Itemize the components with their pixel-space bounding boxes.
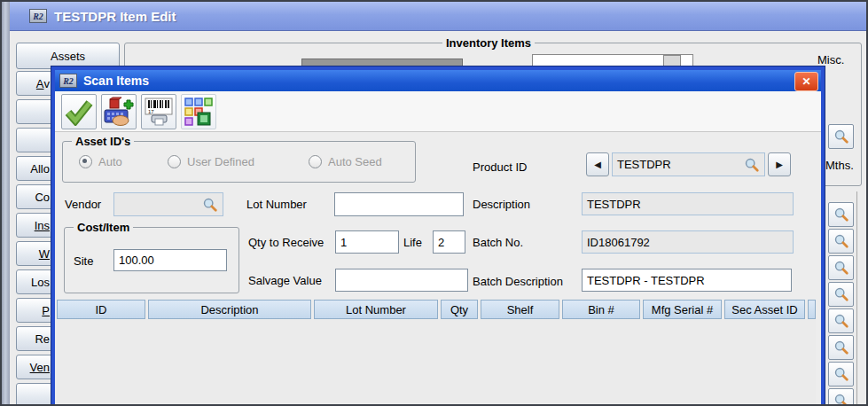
magnifier-icon <box>833 260 849 276</box>
description-field: TESTDPR <box>582 192 794 215</box>
search-button[interactable] <box>828 282 854 307</box>
search-button[interactable] <box>828 255 854 280</box>
screen: R2 TESTDPR Item Edit ✕ Inventory Items M… <box>0 0 868 406</box>
radio-auto-label: Auto <box>98 155 122 168</box>
left-arrow-icon: ◀ <box>594 160 601 169</box>
description-value: TESTDPR <box>587 198 641 211</box>
magnifier-icon[interactable] <box>202 197 218 213</box>
sidebar-item-label-underline: Ven <box>30 361 50 374</box>
batch-description-field[interactable]: TESTDPR - TESTDPR <box>582 269 792 292</box>
radio-auto[interactable]: Auto <box>79 155 122 168</box>
batch-description-value: TESTDPR - TESTDPR <box>587 274 705 287</box>
column-header-id[interactable]: ID <box>57 300 145 319</box>
green-check-icon <box>65 98 93 126</box>
sidebar-item-label: Re <box>35 332 50 346</box>
sidebar-item-label-underline: A <box>36 77 44 90</box>
radio-user-defined[interactable]: User Defined <box>168 155 254 168</box>
radio-selected-icon <box>79 155 92 168</box>
product-next-button[interactable]: ▶ <box>768 152 791 176</box>
life-value: 2 <box>438 236 444 249</box>
print-barcode-button[interactable]: 17 <box>141 94 176 129</box>
scan-items-dialog: R2 Scan Items ✕ <box>51 66 825 406</box>
items-table-header: ID Description Lot Number Qty Shelf Bin … <box>57 300 816 319</box>
sidebar-item-label-underline: W <box>39 247 50 261</box>
misc-label: Misc. <box>817 53 844 66</box>
dialog-titlebar[interactable]: R2 Scan Items <box>55 70 821 91</box>
group-border-line <box>856 191 857 404</box>
asset-ids-group-label: Asset ID's <box>72 135 134 148</box>
salvage-value-label: Salvage Value <box>248 274 322 287</box>
search-button[interactable] <box>828 335 854 360</box>
radio-auto-seed[interactable]: Auto Seed <box>309 155 382 168</box>
cost-item-group-label: Cost/Item <box>74 221 133 234</box>
column-header-lot-number[interactable]: Lot Number <box>314 300 438 319</box>
search-button[interactable] <box>828 229 854 254</box>
site-cost-value: 100.00 <box>119 254 154 267</box>
column-header-mfg-serial[interactable]: Mfg Serial # <box>643 300 722 319</box>
description-label: Description <box>473 198 530 211</box>
barcode-printer-icon: 17 <box>144 97 174 127</box>
sidebar-item-label: v <box>44 77 51 90</box>
magnifier-icon <box>833 340 849 355</box>
sidebar-item-label: Assets <box>51 50 85 63</box>
qty-to-receive-field[interactable]: 1 <box>335 230 399 254</box>
search-button[interactable] <box>828 362 854 386</box>
magnifier-icon <box>833 313 849 329</box>
dialog-close-button[interactable]: ✕ <box>794 72 818 91</box>
site-cost-field[interactable]: 100.00 <box>113 249 227 271</box>
column-header-qty[interactable]: Qty <box>441 300 478 319</box>
color-grid-icon <box>184 97 214 127</box>
search-button[interactable] <box>828 124 854 149</box>
magnifier-icon[interactable] <box>744 157 760 173</box>
mths-label: Mths. <box>825 159 854 172</box>
add-item-manual-button[interactable] <box>101 94 137 129</box>
search-button[interactable] <box>828 388 854 406</box>
product-id-label: Product ID <box>473 160 527 174</box>
radio-user-defined-label: User Defined <box>187 155 254 168</box>
main-window-titlebar[interactable]: R2 TESTDPR Item Edit <box>10 2 866 31</box>
vendor-field[interactable] <box>113 192 223 216</box>
magnifier-icon <box>833 366 849 382</box>
close-icon: ✕ <box>802 75 810 88</box>
qty-to-receive-value: 1 <box>340 236 347 249</box>
batch-description-label: Batch Description <box>473 275 563 288</box>
item-categories-button[interactable] <box>181 94 216 129</box>
sidebar-item-label-underline: Ins <box>35 219 50 232</box>
site-label: Site <box>74 254 93 268</box>
search-button[interactable] <box>828 202 854 227</box>
column-header-partial <box>808 300 816 319</box>
salvage-value-field[interactable] <box>335 269 468 292</box>
partial-control[interactable] <box>663 55 681 67</box>
column-header-sec-asset-id[interactable]: Sec Asset ID <box>724 300 805 319</box>
radio-icon <box>168 155 181 168</box>
life-label: Life <box>403 236 422 249</box>
column-header-description[interactable]: Description <box>148 300 311 319</box>
main-window-title: TESTDPR Item Edit <box>54 9 176 24</box>
magnifier-icon <box>833 129 849 144</box>
sidebar-item-assets[interactable]: Assets <box>16 43 120 69</box>
background-window-edge <box>0 0 10 406</box>
lot-number-field[interactable] <box>334 192 464 216</box>
batch-no-value: ID18061792 <box>587 236 650 249</box>
column-header-shelf[interactable]: Shelf <box>481 300 559 319</box>
dialog-content: Asset ID's Auto User Defined Auto Seed P… <box>55 132 821 406</box>
keyboard-add-icon <box>104 97 134 127</box>
vendor-label: Vendor <box>65 198 101 211</box>
cost-item-group: Cost/Item Site 100.00 <box>64 227 239 293</box>
r2-app-icon: R2 <box>59 74 77 88</box>
batch-no-field: ID18061792 <box>582 230 794 254</box>
sidebar-item-label-underline: P <box>42 304 50 317</box>
product-id-field[interactable]: TESTDPR <box>612 152 765 176</box>
inventory-items-group-label: Inventory Items <box>442 36 535 50</box>
asset-ids-group: Asset ID's Auto User Defined Auto Seed <box>62 141 416 183</box>
search-button[interactable] <box>828 308 854 333</box>
column-header-bin[interactable]: Bin # <box>562 300 640 319</box>
confirm-scan-button[interactable] <box>61 94 97 129</box>
right-arrow-icon: ▶ <box>776 160 783 169</box>
product-prev-button[interactable]: ◀ <box>586 152 609 176</box>
sidebar-item-label: Allo <box>30 162 50 176</box>
life-field[interactable]: 2 <box>433 230 465 254</box>
items-table-body[interactable] <box>57 319 816 406</box>
radio-icon <box>309 155 322 168</box>
r2-app-icon: R2 <box>29 9 47 23</box>
